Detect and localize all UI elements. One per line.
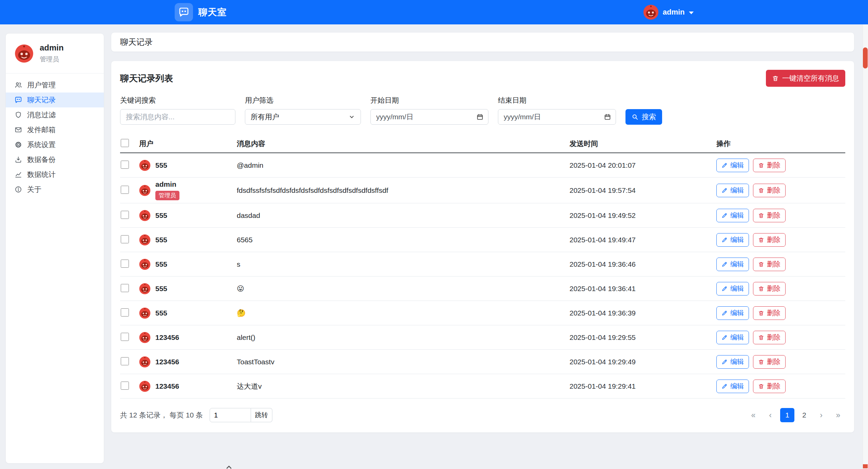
pagination-last-button[interactable]: »	[831, 408, 845, 422]
profile-avatar	[15, 44, 34, 63]
search-button[interactable]: 搜索	[625, 109, 662, 125]
app-title: 聊天室	[198, 6, 227, 18]
chevron-down-icon	[348, 114, 355, 120]
delete-button[interactable]: 删除	[753, 209, 786, 222]
pagination-page-1[interactable]: 1	[780, 408, 794, 422]
delete-button[interactable]: 删除	[753, 355, 786, 369]
delete-button[interactable]: 删除	[753, 380, 786, 393]
row-time: 2025-01-04 19:36:41	[570, 285, 716, 293]
edit-label: 编辑	[730, 260, 744, 269]
chat-icon	[15, 96, 22, 104]
delete-label: 删除	[767, 333, 780, 342]
delete-button[interactable]: 删除	[753, 306, 786, 320]
sidebar-item-sender-mailbox[interactable]: 发件邮箱	[6, 122, 104, 137]
edit-button[interactable]: 编辑	[716, 306, 749, 320]
delete-button[interactable]: 删除	[753, 159, 786, 172]
sidebar-item-system-settings[interactable]: 系统设置	[6, 137, 104, 152]
row-username: 555	[155, 161, 167, 169]
edit-button[interactable]: 编辑	[716, 184, 749, 197]
page-jump-input[interactable]	[210, 408, 251, 422]
scrollbar-track	[863, 24, 868, 469]
start-date-input[interactable]	[370, 109, 488, 125]
edit-button[interactable]: 编辑	[716, 159, 749, 172]
row-checkbox[interactable]	[121, 186, 129, 194]
sidebar-item-data-backup[interactable]: 数据备份	[6, 152, 104, 167]
edit-button[interactable]: 编辑	[716, 258, 749, 271]
sidebar-item-message-filter[interactable]: 消息过滤	[6, 107, 104, 122]
row-time: 2025-01-04 20:01:07	[570, 161, 716, 169]
row-checkbox[interactable]	[121, 284, 129, 292]
pagination-prev-button[interactable]: ‹	[763, 408, 777, 422]
chat-logo-icon	[175, 3, 193, 21]
page-title-card: 聊天记录	[111, 32, 854, 52]
row-checkbox[interactable]	[121, 260, 129, 268]
top-navbar: 聊天室 admin	[0, 0, 868, 24]
row-username: 123456	[155, 333, 179, 342]
delete-button[interactable]: 删除	[753, 233, 786, 247]
row-checkbox[interactable]	[121, 211, 129, 219]
page-jump-button[interactable]: 跳转	[251, 408, 272, 422]
chevron-up-icon	[225, 463, 233, 469]
delete-label: 删除	[767, 284, 780, 293]
caret-down-icon	[689, 12, 694, 14]
pagination-first-button[interactable]: «	[746, 408, 760, 422]
delete-button[interactable]: 删除	[753, 282, 786, 295]
user-avatar	[643, 4, 659, 20]
sidebar-item-user-management[interactable]: 用户管理	[6, 78, 104, 93]
sidebar-item-about[interactable]: 关于	[6, 182, 104, 197]
sidebar-item-data-statistics[interactable]: 数据统计	[6, 167, 104, 182]
row-checkbox[interactable]	[121, 308, 129, 317]
edit-label: 编辑	[730, 161, 744, 170]
user-name: admin	[663, 8, 685, 17]
user-dropdown[interactable]: admin	[643, 4, 694, 20]
delete-button[interactable]: 删除	[753, 331, 786, 344]
sidebar-item-chat-records[interactable]: 聊天记录	[6, 93, 104, 107]
row-username: 123456	[155, 382, 179, 390]
avatar	[139, 283, 151, 294]
row-time: 2025-01-04 19:36:46	[570, 260, 716, 268]
page-title: 聊天记录	[120, 37, 153, 47]
sidebar-menu: 用户管理 聊天记录 消息过滤 发件邮箱 系统设置 数据备份 数据统计 关于	[6, 74, 104, 201]
pagination-page-2[interactable]: 2	[797, 408, 811, 422]
delete-label: 删除	[767, 382, 780, 391]
table-row: 555 6565 2025-01-04 19:49:47 编辑 删除	[120, 228, 845, 252]
scrollbar-thumb[interactable]	[863, 47, 868, 68]
avatar	[139, 210, 151, 221]
row-checkbox[interactable]	[121, 161, 129, 169]
row-checkbox[interactable]	[121, 357, 129, 365]
delete-label: 删除	[767, 260, 780, 269]
row-message: 🤔	[237, 309, 570, 317]
row-checkbox[interactable]	[121, 333, 129, 341]
row-time: 2025-01-04 19:36:39	[570, 309, 716, 317]
row-checkbox[interactable]	[121, 235, 129, 243]
delete-button[interactable]: 删除	[753, 258, 786, 271]
select-all-checkbox[interactable]	[121, 139, 129, 147]
row-time: 2025-01-04 19:57:54	[570, 186, 716, 195]
mail-icon	[15, 126, 22, 134]
row-message: 达大道v	[237, 382, 570, 391]
row-username: admin	[155, 180, 176, 188]
table-header: 用户 消息内容 发送时间 操作	[120, 135, 845, 153]
edit-button[interactable]: 编辑	[716, 380, 749, 393]
edit-button[interactable]: 编辑	[716, 209, 749, 222]
clear-all-messages-button[interactable]: 一键清空所有消息	[766, 70, 845, 87]
edit-button[interactable]: 编辑	[716, 233, 749, 247]
pagination-next-button[interactable]: ›	[814, 408, 828, 422]
delete-button[interactable]: 删除	[753, 184, 786, 197]
table-row: 555 😛 2025-01-04 19:36:41 编辑 删除	[120, 277, 845, 301]
end-date-input[interactable]	[498, 109, 616, 125]
end-date-label: 结束日期	[498, 96, 616, 105]
edit-button[interactable]: 编辑	[716, 331, 749, 344]
edit-button[interactable]: 编辑	[716, 282, 749, 295]
keyword-search-input[interactable]	[120, 109, 235, 125]
edit-button[interactable]: 编辑	[716, 355, 749, 369]
sidebar-item-label: 发件邮箱	[27, 125, 56, 135]
row-time: 2025-01-04 19:29:55	[570, 333, 716, 342]
row-checkbox[interactable]	[121, 382, 129, 390]
pencil-icon	[721, 310, 728, 316]
row-message: 6565	[237, 236, 570, 244]
filter-bar: 关键词搜索 用户筛选 所有用户 开始日期 结束日期	[111, 90, 854, 135]
user-filter-select[interactable]: 所有用户	[245, 109, 361, 125]
back-to-top-button[interactable]	[225, 463, 233, 469]
panel-footer: 共 12 条记录， 每页 10 条 跳转 « ‹ 1 2 › »	[111, 399, 854, 432]
